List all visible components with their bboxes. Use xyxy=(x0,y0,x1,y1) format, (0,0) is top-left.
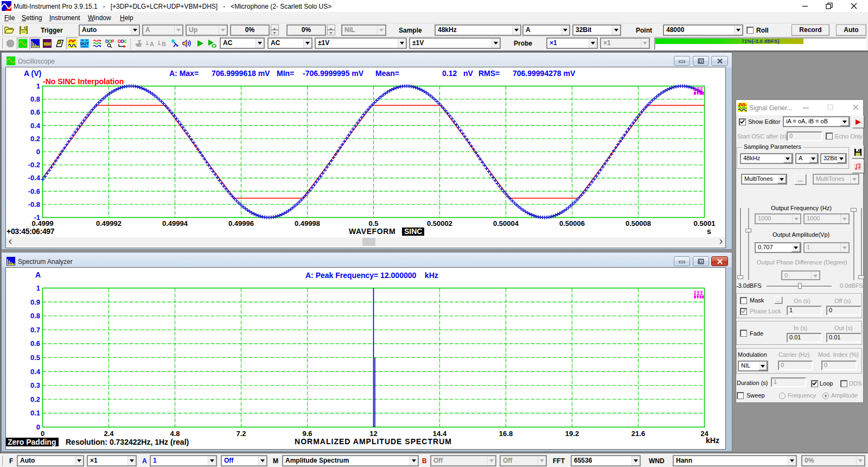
svg-text:DUT: DUT xyxy=(80,41,89,46)
svg-text:0.2: 0.2 xyxy=(30,395,40,403)
svg-text:21.6: 21.6 xyxy=(631,430,645,438)
svg-text:A: A xyxy=(150,41,154,47)
svg-text:0: 0 xyxy=(36,423,40,431)
svg-text:WAVEFORM: WAVEFORM xyxy=(349,227,395,236)
svg-text:+03:45:06:497: +03:45:06:497 xyxy=(7,227,55,236)
svg-text:0.50004: 0.50004 xyxy=(493,219,519,228)
svg-text:-0.6: -0.6 xyxy=(28,187,40,195)
svg-text:7.2: 7.2 xyxy=(236,430,246,438)
svg-text:0.8: 0.8 xyxy=(30,312,40,320)
svg-text:0: 0 xyxy=(36,148,40,156)
svg-text:0.4999: 0.4999 xyxy=(32,219,54,228)
svg-text:0.7: 0.7 xyxy=(30,326,40,334)
svg-text:0.50002: 0.50002 xyxy=(427,219,452,228)
svg-text:0.8: 0.8 xyxy=(30,95,40,103)
svg-text:0.2: 0.2 xyxy=(30,135,40,143)
svg-text:0.5: 0.5 xyxy=(30,354,40,362)
svg-text:0.12: 0.12 xyxy=(442,69,457,78)
svg-text:Resolution: 0.732422Hz, 1Hz (r: Resolution: 0.732422Hz, 1Hz (real) xyxy=(66,438,189,446)
svg-text:0.4: 0.4 xyxy=(30,368,41,376)
svg-text:C: C xyxy=(124,39,126,44)
svg-text:A: Max=: A: Max= xyxy=(169,69,199,78)
svg-text:1: 1 xyxy=(36,284,40,292)
svg-text:4.8: 4.8 xyxy=(170,430,180,438)
svg-text:A: Peak Frequency= 12.000000: A: Peak Frequency= 12.000000 kHz xyxy=(305,271,438,280)
svg-text:-706.9999995 mV: -706.9999995 mV xyxy=(303,69,364,78)
svg-text:nV: nV xyxy=(463,69,474,78)
svg-text:706.99994278 mV: 706.99994278 mV xyxy=(513,69,576,78)
svg-text:0.1: 0.1 xyxy=(30,409,40,417)
svg-text:SINC: SINC xyxy=(404,227,422,236)
svg-text:0.5001: 0.5001 xyxy=(694,219,716,228)
svg-text:0.3: 0.3 xyxy=(30,381,40,389)
svg-text:MIn=: MIn= xyxy=(277,69,294,78)
svg-text:14.4: 14.4 xyxy=(433,430,447,438)
svg-text:9.6: 9.6 xyxy=(302,430,312,438)
svg-text:0.50006: 0.50006 xyxy=(559,219,585,228)
svg-text:-0.8: -0.8 xyxy=(28,200,40,209)
svg-text:NORMALIZED AMPLITUDE SPECTRUM: NORMALIZED AMPLITUDE SPECTRUM xyxy=(295,437,452,446)
svg-text:0.49998: 0.49998 xyxy=(295,219,320,228)
svg-text:706.9999618 mV: 706.9999618 mV xyxy=(212,69,270,78)
svg-text:0.6: 0.6 xyxy=(30,339,40,348)
svg-text:-0.4: -0.4 xyxy=(28,174,41,182)
svg-text:0: 0 xyxy=(41,430,44,438)
svg-text:0.49994: 0.49994 xyxy=(162,219,188,228)
svg-text:888: 888 xyxy=(43,41,51,47)
svg-text:kHz: kHz xyxy=(706,436,719,445)
svg-text:0.9: 0.9 xyxy=(30,298,40,306)
svg-text:0.5: 0.5 xyxy=(368,219,378,228)
svg-text:A (V): A (V) xyxy=(24,69,41,78)
svg-text:s: s xyxy=(707,227,711,236)
svg-text:12: 12 xyxy=(369,430,377,438)
svg-text:P: P xyxy=(111,39,114,44)
svg-text:0.49996: 0.49996 xyxy=(228,219,254,228)
svg-text:0.4: 0.4 xyxy=(30,122,41,130)
svg-text:19.2: 19.2 xyxy=(565,430,579,438)
svg-text:0.49992: 0.49992 xyxy=(96,219,122,228)
svg-text:0.6: 0.6 xyxy=(30,108,40,116)
svg-text:A: A xyxy=(35,270,41,279)
svg-text:B: B xyxy=(162,41,166,47)
svg-text:0.50008: 0.50008 xyxy=(626,219,651,228)
svg-text:RMS=: RMS= xyxy=(478,69,500,78)
svg-text:Zero Padding: Zero Padding xyxy=(8,438,56,446)
svg-text:2.4: 2.4 xyxy=(104,430,114,438)
svg-text:1: 1 xyxy=(36,82,40,90)
svg-text:-0.2: -0.2 xyxy=(28,161,40,169)
svg-text:Mean=: Mean= xyxy=(375,69,399,78)
svg-text:16.8: 16.8 xyxy=(499,430,513,438)
svg-text:-No SINC Interpolation: -No SINC Interpolation xyxy=(43,77,124,86)
